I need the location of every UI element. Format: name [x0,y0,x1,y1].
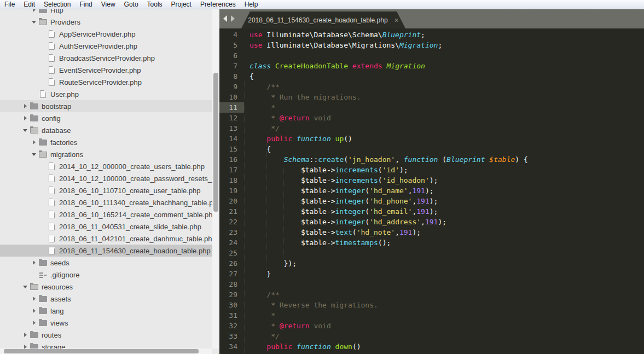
tree-item-2018-06-10-165214-create-comment-table-php[interactable]: 2018_06_10_165214_create_comment_table.p… [0,208,212,220]
tree-item-2014-10-12-100000-create-password-resets-table-php[interactable]: 2014_10_12_100000_create_password_resets… [0,172,212,184]
code-line-11[interactable]: 11 * [219,102,644,113]
code-line-8[interactable]: 8{ [219,71,644,82]
tree-item-broadcastserviceprovider-php[interactable]: BroadcastServiceProvider.php [0,52,212,64]
code-line-13[interactable]: 13 */ [219,123,644,134]
disclosure-arrow[interactable] [22,114,30,122]
line-number-20: 20 [219,196,244,206]
indent-guide [266,144,267,269]
disclosure-arrow[interactable] [31,319,38,327]
menu-item-find[interactable]: Find [75,0,96,9]
tab-scroll-left-icon[interactable] [223,15,227,22]
code-line-27[interactable]: 27 } [219,269,644,279]
code-line-10[interactable]: 10 * Run the migrations. [219,92,644,102]
tree-item-seeds[interactable]: seeds [0,257,212,269]
tree-item-2018-06-10-110710-create-user-table-php[interactable]: 2018_06_10_110710_create_user_table.php [0,184,212,196]
menu-item-project[interactable]: Project [167,0,196,9]
menu-item-selection[interactable]: Selection [39,0,75,9]
tree-item-config[interactable]: config [0,112,212,124]
tree-item-routes[interactable]: routes [0,329,212,341]
folder-open-icon [30,126,40,135]
tab-active[interactable]: 2018_06_11_154630_create_hoadon_table.ph… [241,11,405,28]
tree-item-database[interactable]: database [0,124,212,136]
menu-item-file[interactable]: File [0,0,19,9]
file-icon [47,78,58,86]
disclosure-arrow[interactable] [31,307,38,315]
tree-item-appserviceprovider-php[interactable]: AppServiceProvider.php [0,28,212,40]
tree-item-2018-06-11-042101-create-danhmuc-table-php[interactable]: 2018_06_11_042101_create_danhmuc_table.p… [0,233,212,245]
tree-item-2014-10-12-000000-create-users-table-php[interactable]: 2014_10_12_000000_create_users_table.php [0,160,212,172]
menu-item-help[interactable]: Help [240,0,263,9]
tree-item-migrations[interactable]: migrations [0,148,212,160]
tab-scroll-right-icon[interactable] [231,15,235,22]
sidebar-vertical-scrollbar[interactable] [212,9,219,349]
code-line-28[interactable]: 28 [219,279,644,289]
code-line-16[interactable]: 16 Schema::create('jn_hoadon', function … [219,154,644,165]
sidebar-horizontal-scrollbar[interactable] [0,349,212,354]
tree-item-label: 2014_10_12_100000_create_password_resets… [58,175,219,183]
code-line-29[interactable]: 29 /** [219,289,644,300]
disclosure-arrow[interactable] [22,126,30,134]
tree-item-user-php[interactable]: User.php [0,88,212,100]
disclosure-arrow[interactable] [31,138,38,146]
menu-item-tools[interactable]: Tools [143,0,167,9]
sidebar-horizontal-scrollbar-thumb[interactable] [4,349,199,353]
tree-item-providers[interactable]: Providers [0,16,212,28]
code-line-33[interactable]: 33 */ [219,331,644,341]
code-line-15[interactable]: 15 { [219,144,644,154]
disclosure-arrow[interactable] [22,283,30,291]
menu-item-goto[interactable]: Goto [120,0,143,9]
line-number-33: 33 [219,331,244,341]
line-number-12: 12 [219,113,244,123]
sidebar-vertical-scrollbar-thumb[interactable] [213,73,218,212]
code-line-32[interactable]: 32 * @return void [219,321,644,331]
disclosure-arrow[interactable] [31,295,38,303]
tree-item-views[interactable]: views [0,317,212,329]
code-line-4[interactable]: 4use Illuminate\Database\Schema\Blueprin… [219,30,644,40]
tree-item-gitignore[interactable]: .gitignore [0,269,212,281]
tree-item-authserviceprovider-php[interactable]: AuthServiceProvider.php [0,40,212,52]
disclosure-arrow[interactable] [31,9,38,14]
file-glyph [49,187,55,194]
code-line-5[interactable]: 5use Illuminate\Database\Migrations\Migr… [219,40,644,50]
menu-item-view[interactable]: View [97,0,120,9]
line-number-7: 7 [219,61,244,71]
code-line-14[interactable]: 14 public function up() [219,134,644,144]
tab-close-icon[interactable]: × [394,16,399,24]
tree-item-assets[interactable]: assets [0,293,212,305]
folder-icon [30,114,40,123]
tree-item-eventserviceprovider-php[interactable]: EventServiceProvider.php [0,64,212,76]
tree-item-factories[interactable]: factories [0,136,212,148]
sidebar-file-tree[interactable]: HttpProvidersAppServiceProvider.phpAuthS… [0,9,219,354]
code-line-7[interactable]: 7class CreateHoadonTable extends Migrati… [219,61,644,71]
tree-item-resources[interactable]: resources [0,281,212,293]
line-number-15: 15 [219,144,244,154]
code-line-26[interactable]: 26 }); [219,258,644,269]
code-line-12[interactable]: 12 * @return void [219,113,644,123]
file-glyph [49,66,55,74]
tree-item-2018-06-10-111340-create-khachhang-table-php[interactable]: 2018_06_10_111340_create_khachhang_table… [0,196,212,208]
menu-item-preferences[interactable]: Preferences [196,0,240,9]
tree-item-label: factories [49,138,77,147]
code-editor[interactable]: 4use Illuminate\Database\Schema\Blueprin… [219,28,644,354]
disclosure-arrow[interactable] [31,18,38,26]
disclosure-arrow[interactable] [31,259,38,266]
tree-item-http[interactable]: Http [0,9,212,16]
tree-item-2018-06-11-154630-create-hoadon-table-php[interactable]: 2018_06_11_154630_create_hoadon_table.ph… [0,245,212,257]
code-line-text: Schema::create('jn_hoadon', function (Bl… [244,154,528,165]
code-line-6[interactable]: 6 [219,50,644,61]
tree-item-routeserviceprovider-php[interactable]: RouteServiceProvider.php [0,76,212,88]
tree-item-bootstrap[interactable]: bootstrap [0,100,212,112]
menu-item-edit[interactable]: Edit [19,0,39,9]
disclosure-arrow[interactable] [22,102,30,110]
tree-item-lang[interactable]: lang [0,305,212,317]
code-line-9[interactable]: 9 /** [219,82,644,92]
disclosure-arrow[interactable] [22,331,30,339]
code-line-35[interactable]: 35 { [219,352,644,354]
tree-item-2018-06-11-040531-create-slide-table-php[interactable]: 2018_06_11_040531_create_slide_table.php [0,220,212,233]
code-line-34[interactable]: 34 public function down() [219,341,644,352]
code-line-31[interactable]: 31 * [219,310,644,321]
code-line-30[interactable]: 30 * Reverse the migrations. [219,300,644,310]
file-icon [47,246,58,255]
tree-item-label: 2018_06_11_042101_create_danhmuc_table.p… [58,235,216,243]
disclosure-arrow[interactable] [31,150,38,158]
